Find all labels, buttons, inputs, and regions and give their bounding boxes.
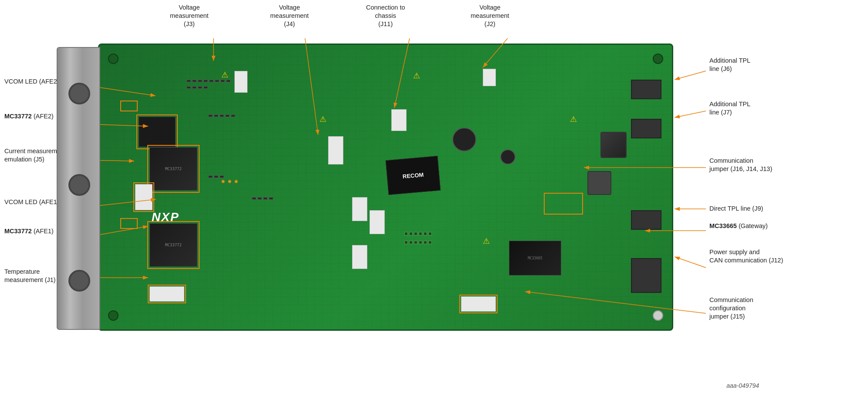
- connector-j11: [391, 109, 407, 131]
- label-temperature-j1: Temperature measurement (J1): [4, 268, 56, 284]
- mounting-hole-bl: [108, 310, 119, 321]
- label-direct-tpl-j9: Direct TPL line (J9): [709, 205, 763, 213]
- bracket-hole-bot: [68, 270, 90, 292]
- warning-triangle-2: ⚠: [319, 114, 326, 124]
- highlight-j1: [148, 285, 186, 303]
- mounting-hole-tr: [653, 54, 663, 64]
- label-mc33665: MC33665 (Gateway): [709, 222, 768, 230]
- connector-charger-1: [352, 197, 367, 221]
- mounting-hole-tl: [108, 54, 119, 64]
- label-comm-config-j15: Communication configuration jumper (J15): [709, 296, 753, 321]
- label-vcom-afe1: VCOM LED (AFE1): [4, 198, 59, 206]
- warning-triangle-3: ⚠: [413, 71, 420, 81]
- connector-j3: [234, 71, 248, 93]
- bracket-hole-top: [68, 83, 90, 104]
- test-point-3: [234, 180, 238, 183]
- recom-chip: RECOM: [386, 156, 441, 195]
- connector-j4: [328, 136, 343, 165]
- ic-mc33665: MC33665: [509, 241, 561, 275]
- label-voltage-j2: Voltage measurement (J2): [471, 3, 509, 28]
- smd-row-7: [404, 241, 432, 244]
- arrow-j7: [675, 111, 706, 118]
- connector-charger-2: [370, 210, 385, 234]
- label-power-can-j12: Power supply and CAN communication (J12): [709, 248, 783, 265]
- tpl-connector-j12: [631, 258, 661, 293]
- label-tpl-j6: Additional TPL line (J6): [709, 57, 750, 73]
- smd-row-4: [208, 175, 224, 178]
- capacitor-mid: [500, 149, 515, 165]
- test-point-1: [221, 180, 225, 183]
- transformer-t2: [600, 132, 627, 158]
- label-mc33772-afe2: MC33772 (AFE2): [4, 112, 54, 121]
- highlight-comm-jumper: [544, 193, 583, 215]
- capacitor-large: [452, 128, 476, 151]
- smd-row-1: [186, 80, 231, 82]
- connector-j2: [483, 69, 496, 86]
- label-vcom-afe2: VCOM LED (AFE2): [4, 77, 59, 86]
- label-connection-chassis: Connection to chassis (J11): [366, 3, 405, 28]
- smd-row-2: [186, 86, 208, 89]
- mounting-hole-br: [653, 310, 663, 321]
- metal-bracket: [57, 47, 100, 330]
- smd-row-5: [252, 197, 273, 200]
- highlight-mc33772-afe2: [147, 145, 200, 193]
- warning-triangle-4: ⚠: [483, 236, 490, 246]
- highlight-j5: [133, 182, 154, 212]
- test-point-2: [228, 180, 231, 183]
- diagram-container: NXP RD7728JBCANFDEV8 © 2022 NXP B.V. REC…: [0, 0, 868, 403]
- figure-code: aaa-049794: [726, 382, 759, 389]
- highlight-vcom-led-afe2: [120, 101, 138, 111]
- label-mc33772-afe1: MC33772 (AFE1): [4, 227, 54, 235]
- connector-dclink: [352, 245, 367, 269]
- arrow-j6: [675, 71, 706, 80]
- label-voltage-j3: Voltage measurement (J3): [170, 3, 209, 28]
- warning-triangle-1: ⚠: [221, 70, 228, 80]
- label-tpl-j7: Additional TPL line (J7): [709, 100, 750, 117]
- highlight-vcom-afe2: [136, 114, 178, 149]
- tpl-connector-j7: [631, 119, 661, 138]
- tpl-connector-j6: [631, 80, 661, 99]
- smd-row-6: [404, 232, 432, 235]
- highlight-mc33772-afe1: [147, 221, 200, 269]
- inductor-t1: [587, 171, 611, 195]
- tpl-connector-j9: [631, 210, 661, 230]
- warning-triangle-5: ⚠: [570, 114, 577, 124]
- pcb-board: NXP RD7728JBCANFDEV8 © 2022 NXP B.V. REC…: [98, 44, 673, 331]
- bracket-hole-mid: [68, 174, 90, 196]
- label-voltage-j4: Voltage measurement (J4): [270, 3, 309, 28]
- highlight-j15: [459, 295, 498, 313]
- arrow-j12: [675, 257, 706, 268]
- label-comm-jumper: Communication jumper (J16, J14, J13): [709, 157, 772, 173]
- highlight-vcom-led-afe1: [120, 218, 138, 229]
- smd-row-3: [208, 114, 235, 117]
